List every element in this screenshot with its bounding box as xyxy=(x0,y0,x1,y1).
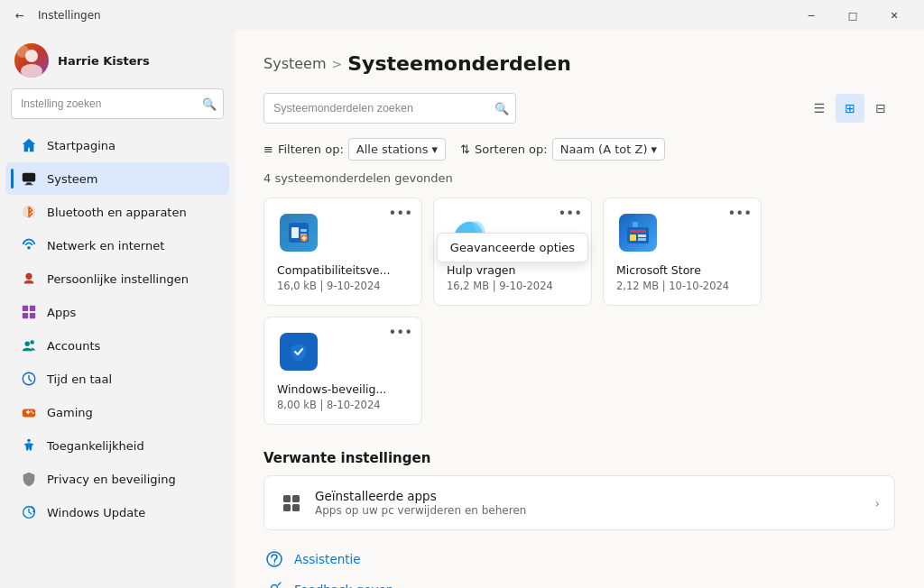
installed-apps-icon xyxy=(279,491,304,516)
card-menu-store[interactable]: ••• xyxy=(727,207,752,221)
svg-point-12 xyxy=(30,340,34,345)
back-button[interactable]: ← xyxy=(9,5,31,26)
sidebar-item-accounts[interactable]: Accounts xyxy=(5,329,229,362)
sidebar-item-network[interactable]: Netwerk en internet xyxy=(5,229,229,262)
card-name-store: Microsoft Store xyxy=(616,263,748,277)
svg-point-11 xyxy=(25,342,30,346)
card-icon-compat xyxy=(277,211,320,254)
breadcrumb-parent[interactable]: Systeem xyxy=(263,55,327,72)
accounts-icon xyxy=(20,336,38,354)
time-icon xyxy=(20,370,38,388)
window-controls: ─ □ ✕ xyxy=(790,0,915,31)
bluetooth-icon xyxy=(20,203,38,221)
svg-rect-31 xyxy=(283,504,291,511)
sidebar-item-label-system: Systeem xyxy=(47,172,97,186)
sidebar-item-accessibility[interactable]: Toegankelijkheid xyxy=(5,429,229,462)
home-icon xyxy=(20,136,38,154)
sidebar-search-icon: 🔍 xyxy=(202,97,217,111)
sidebar-item-label-network: Netwerk en internet xyxy=(47,239,164,253)
content-area: Systeem > Systeemonderdelen 🔍 ☰ ⊞ ⊟ ≡ Fi… xyxy=(235,31,924,588)
search-area: 🔍 ☰ ⊞ ⊟ xyxy=(263,93,895,124)
breadcrumb: Systeem > Systeemonderdelen xyxy=(263,52,895,75)
card-menu-defender[interactable]: ••• xyxy=(388,326,412,340)
sidebar-item-label-privacy: Privacy en beveiliging xyxy=(47,473,176,486)
user-section: Harrie Kisters xyxy=(0,31,235,88)
sidebar-item-label-gaming: Gaming xyxy=(47,406,93,419)
sidebar-item-privacy[interactable]: Privacy en beveiliging xyxy=(5,463,229,495)
list-view-button[interactable]: ☰ xyxy=(805,94,834,123)
feedback-link[interactable]: Feedback geven xyxy=(263,579,895,588)
table-view-button[interactable]: ⊟ xyxy=(866,94,895,123)
sidebar-item-gaming[interactable]: Gaming xyxy=(5,396,229,428)
context-menu-popup[interactable]: Geavanceerde opties xyxy=(437,233,588,262)
svg-rect-30 xyxy=(292,495,300,502)
svg-rect-4 xyxy=(25,184,33,185)
nav-items: Startpagina Systeem xyxy=(0,126,235,579)
cards-grid: ••• Compatibiliteitsve... 16 xyxy=(263,198,895,425)
avatar[interactable] xyxy=(14,43,49,78)
gaming-icon xyxy=(20,403,38,421)
update-icon xyxy=(20,503,38,521)
sidebar-item-system[interactable]: Systeem xyxy=(5,162,229,195)
close-button[interactable]: ✕ xyxy=(873,0,915,31)
related-item-installed-apps[interactable]: Geïnstalleerde apps Apps op uw pc verwij… xyxy=(263,475,895,530)
card-name-compat: Compatibiliteitsve... xyxy=(277,263,409,277)
sidebar-search-input[interactable] xyxy=(11,88,224,119)
titlebar-title: Instellingen xyxy=(38,9,783,22)
svg-rect-10 xyxy=(30,313,35,318)
maximize-button[interactable]: □ xyxy=(832,0,873,31)
svg-point-16 xyxy=(32,412,34,414)
sort-item: ⇅ Sorteren op: Naam (A tot Z) ▾ xyxy=(460,138,665,161)
content-search[interactable]: 🔍 xyxy=(263,93,516,124)
personal-icon xyxy=(20,270,38,288)
apps-icon xyxy=(20,303,38,321)
card-meta-compat: 16,0 kB | 9-10-2024 xyxy=(277,280,409,292)
view-controls: ☰ ⊞ ⊟ xyxy=(805,94,895,123)
feedback-icon xyxy=(263,579,285,588)
sidebar-item-label-bluetooth: Bluetooth en apparaten xyxy=(47,206,187,219)
grid-view-button[interactable]: ⊞ xyxy=(836,94,864,123)
filter-select[interactable]: Alle stations ▾ xyxy=(348,138,446,161)
content-search-icon: 🔍 xyxy=(494,102,509,115)
assistentie-link[interactable]: Assistentie xyxy=(263,548,895,570)
card-meta-store: 2,12 MB | 10-10-2024 xyxy=(616,280,748,292)
assistentie-label: Assistentie xyxy=(294,552,361,566)
sidebar-item-personal[interactable]: Persoonlijke instellingen xyxy=(5,262,229,295)
filter-icon: ≡ xyxy=(263,142,273,156)
feedback-label: Feedback geven xyxy=(294,583,393,588)
app-card-help[interactable]: ••• Hulp vragen 16,2 MB | 9-10-2024 Geav… xyxy=(433,198,592,306)
breadcrumb-current: Systeemonderdelen xyxy=(347,52,571,75)
related-text: Geïnstalleerde apps Apps op uw pc verwij… xyxy=(315,489,874,517)
sidebar-search[interactable]: 🔍 xyxy=(11,88,224,119)
app-card-defender[interactable]: ••• Windows-beveilig... 8,00 kB | 8-10-2… xyxy=(263,317,422,425)
svg-point-1 xyxy=(21,64,42,78)
sidebar-item-label-update: Windows Update xyxy=(47,506,145,519)
breadcrumb-separator: > xyxy=(332,57,343,71)
app-card-compat[interactable]: ••• Compatibiliteitsve... 16 xyxy=(263,198,422,306)
filter-value: Alle stations xyxy=(356,142,429,156)
card-menu-help[interactable]: ••• xyxy=(558,207,582,221)
sidebar-item-home[interactable]: Startpagina xyxy=(5,129,229,161)
svg-rect-32 xyxy=(292,504,300,511)
related-desc: Apps op uw pc verwijderen en beheren xyxy=(315,504,874,517)
sidebar-item-time[interactable]: Tijd en taal xyxy=(5,363,229,395)
card-menu-compat[interactable]: ••• xyxy=(388,207,412,221)
footer-links: Assistentie Feedback geven xyxy=(263,548,895,588)
content-search-input[interactable] xyxy=(263,93,516,124)
app-card-store[interactable]: ••• Microsoft Store 2,12 MB xyxy=(603,198,762,306)
sidebar-item-apps[interactable]: Apps xyxy=(5,296,229,328)
minimize-button[interactable]: ─ xyxy=(790,0,832,31)
sidebar-item-label-time: Tijd en taal xyxy=(47,372,112,386)
card-name-help: Hulp vragen xyxy=(447,263,578,277)
related-chevron-icon: › xyxy=(874,496,880,510)
sidebar-item-bluetooth[interactable]: Bluetooth en apparaten xyxy=(5,196,229,228)
sidebar-item-update[interactable]: Windows Update xyxy=(5,496,229,528)
result-count: 4 systeemonderdelen gevonden xyxy=(263,171,895,185)
card-name-defender: Windows-beveilig... xyxy=(277,382,409,396)
sort-icon: ⇅ xyxy=(460,142,470,156)
filter-label: Filteren op: xyxy=(278,142,344,156)
network-icon xyxy=(20,236,38,254)
sort-select[interactable]: Naam (A tot Z) ▾ xyxy=(552,138,665,161)
svg-rect-27 xyxy=(638,234,646,237)
svg-rect-21 xyxy=(300,229,307,232)
